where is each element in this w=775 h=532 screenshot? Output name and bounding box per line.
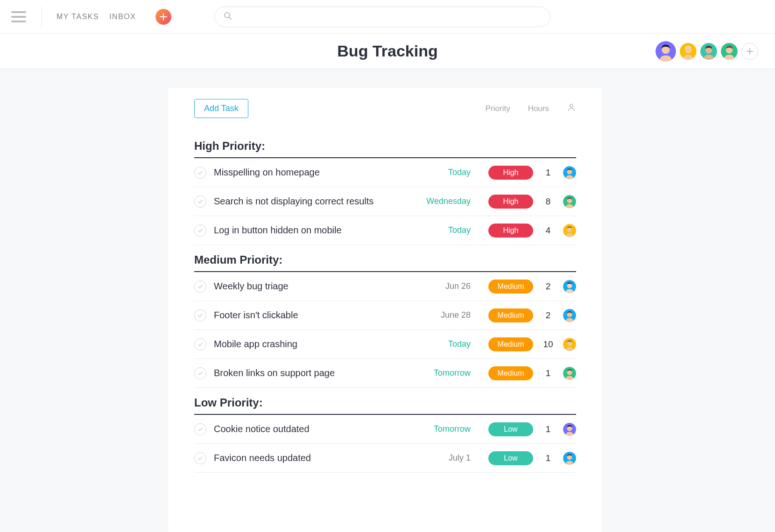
- assignee-avatar[interactable]: [563, 224, 576, 237]
- task-name[interactable]: Mobile app crashing: [214, 339, 410, 350]
- check-icon: [197, 370, 204, 377]
- task-hours[interactable]: 1: [533, 368, 563, 378]
- task-row[interactable]: Mobile app crashingTodayMedium10: [194, 330, 576, 359]
- task-row[interactable]: Broken links on support pageTomorrowMedi…: [194, 359, 576, 388]
- task-hours[interactable]: 1: [533, 453, 563, 463]
- menu-icon[interactable]: [11, 9, 26, 24]
- priority-pill[interactable]: Medium: [488, 366, 533, 380]
- assignee-avatar[interactable]: [563, 367, 576, 380]
- member-avatar[interactable]: [700, 43, 717, 60]
- priority-pill[interactable]: High: [488, 224, 533, 238]
- complete-checkbox[interactable]: [194, 423, 206, 435]
- task-due-date[interactable]: Tomorrow: [410, 424, 471, 434]
- assignee-avatar[interactable]: [563, 309, 576, 322]
- svg-point-10: [570, 104, 573, 107]
- assignee-avatar[interactable]: [563, 166, 576, 179]
- complete-checkbox[interactable]: [194, 309, 206, 322]
- task-row[interactable]: Weekly bug triageJun 26Medium2: [194, 272, 576, 301]
- check-icon: [197, 283, 204, 290]
- check-icon: [197, 312, 204, 319]
- col-hours-label: Hours: [528, 104, 549, 113]
- card-header: Add Task Priority Hours: [194, 99, 576, 118]
- task-row[interactable]: Search is not displaying correct results…: [194, 187, 576, 216]
- task-hours[interactable]: 2: [533, 310, 563, 321]
- complete-checkbox[interactable]: [194, 280, 206, 293]
- section-title[interactable]: Medium Priority:: [194, 245, 576, 272]
- add-member-button[interactable]: [741, 43, 758, 60]
- task-hours[interactable]: 2: [533, 281, 563, 292]
- member-avatar[interactable]: [655, 41, 676, 62]
- task-name[interactable]: Log in button hidden on mobile: [214, 225, 410, 236]
- nav-inbox[interactable]: INBOX: [109, 13, 136, 21]
- person-icon: [567, 103, 576, 114]
- task-due-date[interactable]: Wednesday: [410, 196, 471, 206]
- task-due-date[interactable]: July 1: [410, 453, 471, 463]
- priority-pill[interactable]: Medium: [488, 337, 533, 351]
- quick-add-button[interactable]: [155, 9, 171, 25]
- priority-pill[interactable]: Medium: [488, 308, 533, 322]
- complete-checkbox[interactable]: [194, 196, 206, 208]
- main-area: Add Task Priority Hours High Priority:Mi…: [0, 69, 775, 532]
- task-row[interactable]: Favicon needs updatedJuly 1Low1: [194, 444, 576, 473]
- task-due-date[interactable]: Today: [410, 339, 471, 349]
- priority-pill[interactable]: Medium: [488, 280, 533, 294]
- section-title[interactable]: High Priority:: [194, 131, 576, 158]
- plus-icon: [160, 13, 167, 21]
- search-input[interactable]: [214, 7, 550, 27]
- assignee-avatar[interactable]: [563, 195, 576, 208]
- check-icon: [197, 198, 204, 205]
- check-icon: [197, 455, 204, 462]
- task-name[interactable]: Cookie notice outdated: [214, 424, 410, 434]
- task-row[interactable]: Footer isn't clickableJune 28Medium2: [194, 301, 576, 330]
- search-container: [214, 7, 550, 27]
- task-due-date[interactable]: Jun 26: [410, 281, 471, 291]
- task-name[interactable]: Weekly bug triage: [214, 281, 410, 292]
- task-hours[interactable]: 4: [533, 225, 563, 236]
- task-hours[interactable]: 1: [533, 424, 563, 434]
- divider: [41, 7, 42, 27]
- assignee-avatar[interactable]: [563, 338, 576, 351]
- task-name[interactable]: Footer isn't clickable: [214, 310, 410, 321]
- plus-icon: [747, 48, 753, 55]
- task-name[interactable]: Broken links on support page: [214, 368, 410, 378]
- task-due-date[interactable]: June 28: [410, 310, 471, 320]
- task-hours[interactable]: 10: [533, 339, 563, 350]
- task-row[interactable]: Misspelling on homepageTodayHigh1: [194, 158, 576, 187]
- task-hours[interactable]: 8: [533, 196, 563, 207]
- assignee-avatar[interactable]: [563, 280, 576, 293]
- priority-pill[interactable]: Low: [488, 451, 533, 465]
- complete-checkbox[interactable]: [194, 367, 206, 379]
- column-headers: Priority Hours: [486, 103, 576, 114]
- task-row[interactable]: Cookie notice outdatedTomorrowLow1: [194, 415, 576, 444]
- check-icon: [197, 169, 204, 176]
- complete-checkbox[interactable]: [194, 167, 206, 179]
- complete-checkbox[interactable]: [194, 338, 206, 350]
- task-name[interactable]: Search is not displaying correct results: [214, 196, 410, 207]
- nav-my-tasks[interactable]: MY TASKS: [56, 13, 99, 21]
- task-name[interactable]: Favicon needs updated: [214, 453, 410, 463]
- task-row[interactable]: Log in button hidden on mobileTodayHigh4: [194, 216, 576, 245]
- add-task-button[interactable]: Add Task: [194, 99, 248, 118]
- task-name[interactable]: Misspelling on homepage: [214, 167, 410, 178]
- page-title: Bug Tracking: [337, 42, 437, 60]
- task-due-date[interactable]: Today: [410, 168, 471, 177]
- complete-checkbox[interactable]: [194, 452, 206, 464]
- top-nav: MY TASKS INBOX: [0, 0, 775, 34]
- task-card: Add Task Priority Hours High Priority:Mi…: [168, 88, 602, 532]
- assignee-avatar[interactable]: [563, 423, 576, 436]
- task-hours[interactable]: 1: [533, 168, 563, 178]
- member-avatar[interactable]: [721, 43, 738, 60]
- check-icon: [197, 227, 204, 234]
- member-avatar[interactable]: [680, 43, 697, 60]
- complete-checkbox[interactable]: [194, 224, 206, 237]
- assignee-avatar[interactable]: [563, 452, 576, 465]
- section-title[interactable]: Low Priority:: [194, 388, 576, 415]
- priority-pill[interactable]: High: [488, 195, 533, 209]
- check-icon: [197, 426, 204, 433]
- project-members: [655, 41, 758, 62]
- priority-pill[interactable]: High: [488, 166, 533, 180]
- priority-pill[interactable]: Low: [488, 422, 533, 436]
- col-priority-label: Priority: [486, 104, 510, 113]
- task-due-date[interactable]: Today: [410, 225, 471, 235]
- task-due-date[interactable]: Tomorrow: [410, 368, 471, 378]
